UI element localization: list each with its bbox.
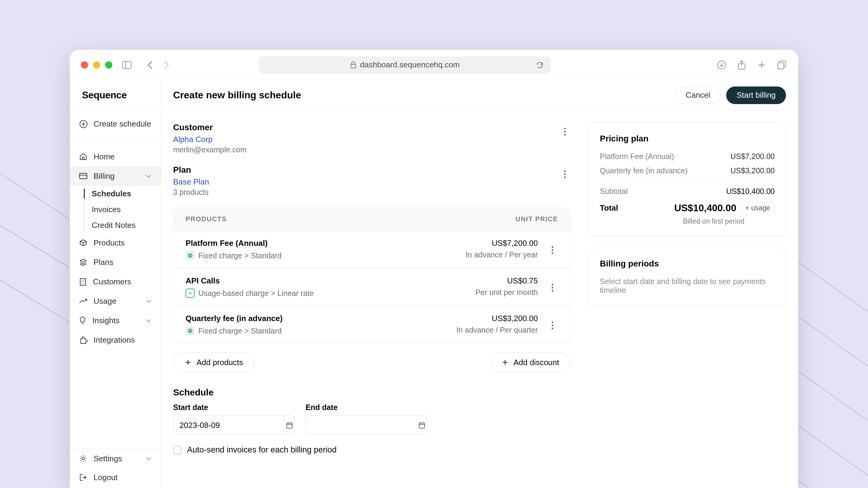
sidebar-item-label: Integrations [94, 335, 135, 345]
billed-note: Billed on first period [600, 217, 744, 226]
sidebar-item-plans[interactable]: Plans [70, 253, 161, 272]
schedule-heading: Schedule [173, 387, 570, 397]
svg-rect-9 [123, 61, 131, 69]
start-date-input[interactable] [174, 421, 284, 430]
sidebar-item-logout[interactable]: Logout [70, 468, 161, 487]
calendar-icon[interactable] [284, 416, 294, 434]
sidebar-sub-creditnotes[interactable]: Credit Notes [92, 217, 161, 233]
product-menu-button[interactable] [547, 245, 558, 256]
start-billing-button[interactable]: Start billing [726, 87, 786, 104]
product-menu-button[interactable] [547, 320, 558, 331]
window-minimize-icon[interactable] [93, 61, 100, 69]
svg-point-46 [552, 284, 553, 286]
sidebar-item-settings[interactable]: Settings [70, 449, 161, 468]
end-date-input[interactable] [306, 421, 417, 430]
refresh-icon[interactable] [534, 60, 545, 70]
svg-rect-22 [82, 157, 84, 160]
customer-name-link[interactable]: Alpha Corp [173, 135, 559, 144]
svg-rect-61 [419, 423, 425, 428]
billing-periods-heading: Billing periods [600, 259, 775, 268]
price-line: Platform Fee (Annual) US$7,200.00 [600, 152, 775, 161]
plan-menu-button[interactable] [559, 169, 570, 180]
svg-point-52 [552, 328, 553, 329]
url-text: dashboard.sequencehq.com [360, 60, 460, 69]
customer-email: merlin@example.com [173, 145, 559, 154]
end-date-field: End date [306, 403, 427, 435]
checkbox-icon[interactable] [173, 446, 182, 454]
sidebar-item-label: Settings [94, 454, 122, 463]
fixed-charge-icon [186, 326, 195, 335]
sidebar-sub-invoices[interactable]: Invoices [92, 201, 161, 217]
new-tab-icon[interactable] [756, 60, 767, 70]
svg-point-44 [552, 250, 553, 251]
browser-chrome: dashboard.sequencehq.com [70, 50, 798, 80]
trend-icon [79, 298, 88, 304]
download-icon[interactable] [716, 60, 727, 70]
svg-rect-23 [80, 173, 87, 179]
fixed-charge-icon [186, 251, 195, 260]
plus-icon [501, 359, 509, 366]
product-price: US$3,200.00 [457, 314, 538, 323]
tabs-icon[interactable] [776, 60, 787, 70]
schedule-section: Schedule Start date End date [173, 387, 570, 455]
add-products-button[interactable]: Add products [173, 353, 254, 372]
sidebar-item-integrations[interactable]: Integrations [70, 330, 161, 350]
window-maximize-icon[interactable] [105, 61, 112, 69]
share-icon[interactable] [736, 60, 747, 70]
traffic-lights [81, 61, 112, 69]
sidebar-item-label: Products [94, 238, 125, 248]
chevron-down-icon [146, 174, 152, 178]
create-schedule-button[interactable]: Create schedule [70, 110, 161, 138]
sidebar-toggle-icon[interactable] [122, 60, 132, 70]
start-date-field: Start date [173, 403, 294, 435]
header-bar: Create new billing schedule Cancel Start… [161, 80, 798, 110]
pricing-heading: Pricing plan [600, 134, 775, 143]
forward-icon[interactable] [161, 60, 172, 70]
pricing-plan-card: Pricing plan Platform Fee (Annual) US$7,… [589, 123, 786, 237]
sidebar: Sequence Create schedule Home Billing Sc… [70, 80, 161, 488]
subtotal-line: Subtotal US$10,400.00 [600, 187, 775, 196]
sidebar-item-customers[interactable]: Customers [70, 272, 161, 291]
sidebar-item-insights[interactable]: Insights [70, 311, 161, 330]
svg-rect-18 [778, 63, 784, 69]
sidebar-item-usage[interactable]: Usage [70, 291, 161, 311]
product-name: Quarterly fee (in advance) [186, 314, 457, 323]
product-price: US$7,200.00 [466, 238, 538, 248]
products-table: PRODUCTS UNIT PRICE Platform Fee (Annual… [173, 207, 570, 344]
billing-periods-text: Select start date and billing date to se… [600, 277, 775, 295]
start-date-label: Start date [173, 403, 294, 412]
calendar-icon[interactable] [417, 416, 427, 434]
billing-icon [79, 173, 88, 180]
plus-circle-icon [79, 120, 88, 129]
gear-icon [79, 454, 88, 463]
plan-name-link[interactable]: Base Plan [173, 177, 559, 187]
sidebar-item-label: Logout [94, 473, 118, 482]
window-close-icon[interactable] [81, 61, 88, 69]
add-discount-button[interactable]: Add discount [490, 353, 570, 372]
usage-charge-icon [186, 289, 195, 298]
home-icon [79, 152, 88, 161]
cancel-button[interactable]: Cancel [675, 87, 721, 104]
lock-icon [350, 61, 356, 69]
sidebar-item-home[interactable]: Home [70, 147, 161, 166]
sidebar-item-label: Plans [94, 258, 113, 267]
create-schedule-label: Create schedule [94, 119, 151, 129]
autosend-checkbox-row[interactable]: Auto-send invoices for each billing peri… [173, 445, 570, 455]
sidebar-sub-schedules[interactable]: Schedules [92, 186, 161, 201]
logo: Sequence [70, 80, 161, 110]
svg-rect-57 [287, 423, 292, 428]
chevron-down-icon [146, 319, 152, 322]
svg-point-41 [564, 176, 566, 178]
product-menu-button[interactable] [547, 282, 558, 293]
product-price: US$0.75 [475, 276, 538, 286]
address-bar[interactable]: dashboard.sequencehq.com [259, 57, 551, 73]
svg-point-40 [564, 173, 566, 175]
sidebar-item-products[interactable]: Products [70, 233, 161, 253]
sidebar-item-billing[interactable]: Billing [70, 166, 161, 186]
back-icon[interactable] [145, 60, 155, 70]
svg-point-39 [564, 170, 566, 172]
right-column: Pricing plan Platform Fee (Annual) US$7,… [589, 123, 786, 478]
chevron-down-icon [146, 457, 152, 460]
sidebar-item-label: Home [94, 152, 115, 161]
customer-menu-button[interactable] [559, 126, 570, 137]
